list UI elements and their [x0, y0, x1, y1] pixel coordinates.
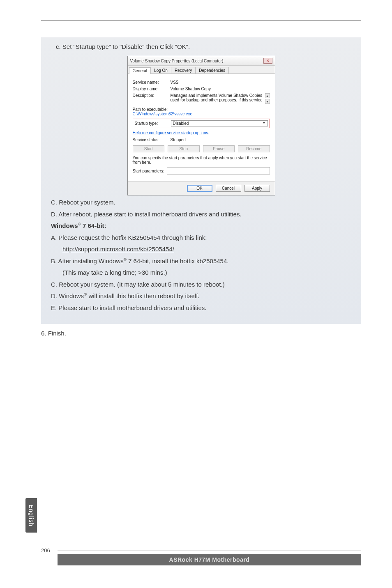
service-name-value: VSS: [171, 80, 270, 85]
service-name-label: Service name:: [133, 80, 171, 85]
scroll-up-icon[interactable]: ▲: [265, 93, 270, 98]
startup-type-row: Startup type: Disabled ▼: [133, 119, 270, 128]
footer-bar: ASRock H77M Motherboard: [58, 554, 361, 565]
step-e-install-drivers: E. Please start to install motherboard d…: [51, 303, 351, 313]
path-value: C:\Windows\system32\vssvc.exe: [133, 112, 270, 116]
language-label: English: [28, 505, 35, 526]
page-number: 206: [41, 547, 50, 554]
resume-button: Resume: [238, 145, 270, 152]
step-c2-reboot: C. Reboot your system. (It may take abou…: [51, 280, 351, 289]
service-status-value: Stopped: [171, 138, 270, 142]
startup-type-select[interactable]: Disabled ▼: [171, 120, 268, 126]
windows-7-heading: Windows® 7 64-bit:: [51, 221, 351, 231]
tab-dependencies[interactable]: Dependencies: [195, 67, 229, 74]
path-label: Path to executable:: [133, 107, 270, 112]
specify-text: You can specify the start parameters tha…: [133, 156, 270, 165]
properties-dialog: Volume Shadow Copy Properties (Local Com…: [127, 56, 275, 195]
step-a-hotfix-request: A. Please request the hotfix KB2505454 t…: [51, 233, 351, 243]
start-parameters-input[interactable]: [167, 167, 270, 175]
display-name-label: Display name:: [133, 87, 171, 91]
start-parameters-label: Start parameters:: [133, 169, 164, 173]
dialog-titlebar: Volume Shadow Copy Properties (Local Com…: [128, 56, 275, 66]
step-b-time-note: (This may take a long time; >30 mins.): [51, 268, 351, 278]
step-d2-windows-install: D. Windows® will install this hotfix the…: [51, 292, 351, 301]
startup-type-label: Startup type:: [135, 121, 171, 126]
scroll-down-icon[interactable]: ▼: [265, 99, 270, 104]
description-value: Manages and implements Volume Shadow Cop…: [171, 93, 265, 102]
service-status-label: Service status:: [133, 138, 171, 142]
tab-row: General Log On Recovery Dependencies: [128, 66, 275, 74]
step-caption: c. Set "Startup type" to "Disable" then …: [56, 43, 351, 50]
step-c-reboot: C. Reboot your system.: [51, 198, 351, 207]
hotfix-link[interactable]: http://support.microsoft.com/kb/2505454/: [62, 246, 174, 253]
tab-general[interactable]: General: [129, 67, 151, 74]
close-icon[interactable]: ✕: [263, 58, 272, 64]
step-d-after-reboot: D. After reboot, please start to install…: [51, 210, 351, 219]
tab-logon[interactable]: Log On: [150, 67, 171, 74]
step-6-finish: 6. Finish.: [41, 330, 361, 337]
apply-button[interactable]: Apply: [244, 185, 270, 192]
instruction-block: c. Set "Startup type" to "Disable" then …: [41, 37, 361, 324]
pause-button: Pause: [203, 145, 235, 152]
bottom-rule: [58, 551, 361, 551]
ok-button[interactable]: OK: [187, 185, 212, 192]
language-side-tab: English: [25, 498, 37, 533]
step-b-install-hotfix: B. After installing Windows® 7 64-bit, i…: [51, 257, 351, 266]
help-link[interactable]: Help me configure service startup option…: [133, 131, 270, 135]
chevron-down-icon: ▼: [263, 121, 266, 126]
start-button[interactable]: Start: [133, 145, 165, 152]
description-label: Description:: [133, 93, 171, 98]
dialog-title: Volume Shadow Copy Properties (Local Com…: [130, 59, 224, 63]
cancel-button[interactable]: Cancel: [216, 185, 241, 192]
tab-recovery[interactable]: Recovery: [171, 67, 196, 74]
display-name-value: Volume Shadow Copy: [171, 87, 270, 91]
stop-button: Stop: [168, 145, 200, 152]
startup-type-value: Disabled: [173, 121, 189, 126]
